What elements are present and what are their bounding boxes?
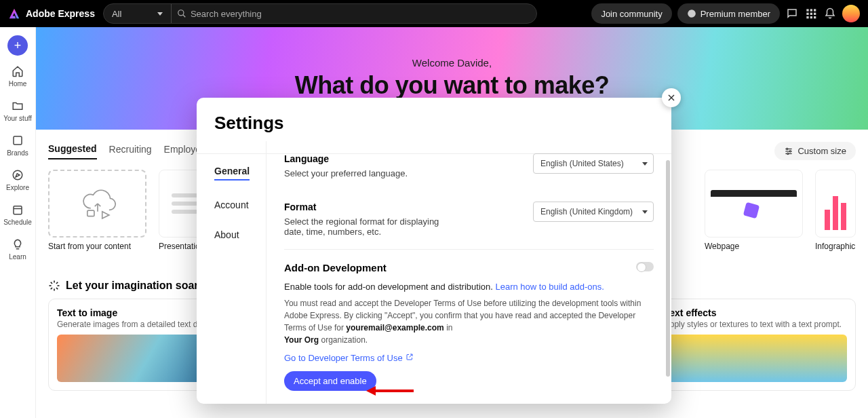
addon-heading: Add-on Development — [284, 262, 636, 273]
rail-label: Home — [9, 80, 27, 88]
rail-explore[interactable]: Explore — [0, 166, 35, 194]
tab-recruiting[interactable]: Recruiting — [109, 144, 152, 159]
card-image — [665, 335, 847, 382]
join-community-label: Join community — [601, 9, 662, 19]
premium-member-button[interactable]: Premium member — [677, 3, 780, 24]
goto-terms-link[interactable]: Go to Developer Terms of Use — [284, 353, 654, 363]
svg-rect-12 — [14, 136, 22, 145]
settings-nav: General Account About — [197, 98, 266, 404]
addon-org: Your Org — [284, 335, 319, 345]
template-infographic[interactable]: Infographic — [815, 170, 856, 251]
hero-welcome: Welcome Davide, — [412, 57, 492, 69]
setting-language: Language Select your preferred language.… — [284, 153, 654, 178]
settings-body: Language Select your preferred language.… — [266, 141, 671, 404]
addon-email: youremail@example.com — [346, 323, 443, 332]
template-webpage[interactable]: Webpage — [705, 170, 803, 251]
home-icon — [12, 65, 24, 77]
template-thumb — [815, 170, 856, 238]
chat-icon[interactable] — [785, 7, 799, 20]
premium-icon — [687, 9, 696, 18]
card-subtitle: Apply styles or textures to text with a … — [665, 320, 847, 329]
svg-rect-10 — [810, 16, 812, 18]
format-select[interactable]: English (United Kingdom) — [533, 202, 654, 222]
create-button[interactable]: + — [7, 35, 28, 56]
tab-suggested[interactable]: Suggested — [48, 143, 97, 159]
setting-addon: Add-on Development Enable tools for add-… — [284, 262, 654, 391]
sparkle-icon — [48, 280, 60, 292]
goto-terms-label: Go to Developer Terms of Use — [284, 353, 403, 363]
rail-brands[interactable]: Brands — [0, 132, 35, 159]
format-desc: Select the regional format for displayin… — [284, 216, 460, 237]
addon-desc-row: Enable tools for add-on development and … — [284, 282, 654, 292]
svg-point-20 — [790, 150, 791, 151]
accept-enable-label: Accept and enable — [294, 376, 367, 386]
addon-toggle[interactable] — [636, 262, 654, 271]
svg-rect-4 — [810, 9, 812, 11]
rail-learn[interactable]: Learn — [0, 235, 35, 263]
brands-icon — [12, 134, 24, 147]
nav-account[interactable]: Account — [214, 200, 266, 210]
format-value: English (United Kingdom) — [540, 207, 633, 216]
svg-rect-9 — [806, 16, 808, 18]
calendar-icon — [12, 204, 24, 216]
template-thumb — [705, 170, 803, 238]
cloud-upload-icon — [79, 185, 116, 222]
hero-title: What do you want to make? — [295, 71, 610, 100]
close-button[interactable] — [662, 88, 681, 107]
svg-rect-7 — [810, 13, 812, 15]
format-heading: Format — [284, 202, 519, 212]
rail-label: Explore — [6, 184, 29, 191]
close-icon — [667, 94, 675, 102]
chevron-down-icon — [642, 210, 648, 214]
settings-modal: Settings General Account About Language … — [197, 98, 671, 404]
rail-home[interactable]: Home — [0, 62, 35, 90]
template-label: Webpage — [705, 242, 803, 251]
apps-grid-icon[interactable] — [804, 7, 818, 20]
card-text-effects[interactable]: Text effects Apply styles or textures to… — [656, 299, 856, 391]
lightbulb-icon — [12, 238, 24, 250]
addon-terms-text: You must read and accept the Developer T… — [284, 297, 654, 346]
language-heading: Language — [284, 153, 519, 164]
setting-format: Format Select the regional format for di… — [284, 202, 654, 237]
template-label: Infographic — [815, 242, 856, 251]
annotation-arrow — [366, 386, 414, 396]
search-placeholder: Search everything — [191, 9, 262, 19]
search-filter-dropdown[interactable]: All — [104, 4, 172, 23]
left-rail: + Home Your stuff Brands Explore Schedul… — [0, 27, 36, 418]
svg-line-1 — [183, 15, 186, 18]
search-icon — [177, 9, 186, 18]
svg-point-13 — [13, 170, 22, 180]
svg-point-21 — [787, 153, 789, 154]
brand-logo[interactable]: Adobe Express — [8, 7, 95, 20]
svg-rect-3 — [806, 9, 808, 11]
template-start-from-content[interactable]: Start from your content — [48, 170, 146, 251]
search-input[interactable]: Search everything — [172, 9, 536, 19]
svg-rect-22 — [87, 210, 94, 216]
rail-your-stuff[interactable]: Your stuff — [0, 97, 35, 125]
nav-about[interactable]: About — [214, 229, 266, 240]
sliders-icon — [784, 147, 793, 156]
custom-size-button[interactable]: Custom size — [774, 142, 856, 160]
avatar[interactable] — [842, 5, 860, 22]
upload-thumb — [48, 170, 146, 238]
rail-schedule[interactable]: Schedule — [0, 201, 35, 229]
svg-rect-11 — [814, 16, 816, 18]
nav-general[interactable]: General — [214, 166, 250, 180]
language-select[interactable]: English (United States) — [533, 153, 654, 174]
addon-desc-text: Enable tools for add-on development and … — [284, 282, 495, 292]
language-value: English (United States) — [540, 159, 624, 168]
svg-marker-23 — [102, 212, 108, 218]
accept-enable-button[interactable]: Accept and enable — [284, 371, 376, 391]
search-wrap: All Search everything — [103, 3, 537, 24]
folder-icon — [12, 100, 24, 112]
premium-label: Premium member — [701, 9, 770, 19]
language-desc: Select your preferred language. — [284, 168, 460, 178]
svg-rect-6 — [806, 13, 808, 15]
learn-addons-link[interactable]: Learn how to build add-ons. — [495, 282, 604, 292]
svg-point-0 — [178, 10, 184, 16]
rail-label: Schedule — [3, 218, 32, 226]
external-link-icon — [406, 353, 414, 363]
bell-icon[interactable] — [823, 7, 837, 20]
join-community-button[interactable]: Join community — [591, 3, 671, 24]
brand-name: Adobe Express — [26, 8, 95, 19]
